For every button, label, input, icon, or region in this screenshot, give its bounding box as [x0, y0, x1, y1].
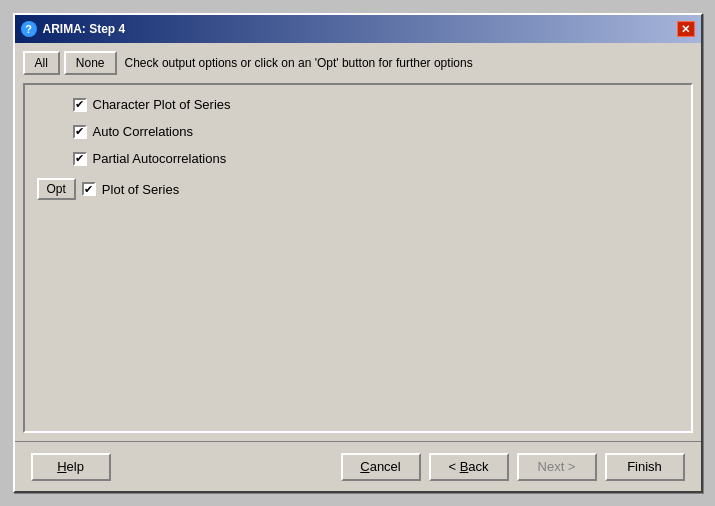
checkbox-row-auto-corr: ✔ Auto Correlations: [37, 122, 679, 141]
label-partial-auto: Partial Autocorrelations: [93, 151, 227, 166]
checkbox-partial-auto[interactable]: ✔: [73, 152, 87, 166]
back-button[interactable]: < Back: [429, 453, 509, 481]
close-button[interactable]: ✕: [677, 21, 695, 37]
label-plot-series: Plot of Series: [102, 182, 179, 197]
checkbox-row-char-plot: ✔ Character Plot of Series: [37, 95, 679, 114]
window-title: ARIMA: Step 4: [43, 22, 671, 36]
content-area: All None Check output options or click o…: [15, 43, 701, 441]
checkbox-plot-series[interactable]: ✔: [82, 182, 96, 196]
cancel-button[interactable]: Cancel: [341, 453, 421, 481]
action-buttons: Cancel < Back Next > Finish: [341, 453, 685, 481]
label-auto-corr: Auto Correlations: [93, 124, 193, 139]
checkbox-auto-corr[interactable]: ✔: [73, 125, 87, 139]
opt-button[interactable]: Opt: [37, 178, 76, 200]
bottom-bar: Help Cancel < Back Next > Finish: [15, 441, 701, 491]
checkbox-row-plot-series: Opt ✔ Plot of Series: [37, 176, 679, 202]
all-button[interactable]: All: [23, 51, 60, 75]
window-icon: ?: [21, 21, 37, 37]
title-bar: ? ARIMA: Step 4 ✕: [15, 15, 701, 43]
options-panel: ✔ Character Plot of Series ✔ Auto Correl…: [23, 83, 693, 433]
label-char-plot: Character Plot of Series: [93, 97, 231, 112]
finish-button[interactable]: Finish: [605, 453, 685, 481]
help-button[interactable]: Help: [31, 453, 111, 481]
none-button[interactable]: None: [64, 51, 117, 75]
checkbox-char-plot[interactable]: ✔: [73, 98, 87, 112]
checkbox-row-partial-auto: ✔ Partial Autocorrelations: [37, 149, 679, 168]
instruction-text: Check output options or click on an 'Opt…: [121, 54, 477, 72]
main-window: ? ARIMA: Step 4 ✕ All None Check output …: [13, 13, 703, 493]
next-button[interactable]: Next >: [517, 453, 597, 481]
top-bar: All None Check output options or click o…: [23, 51, 693, 75]
